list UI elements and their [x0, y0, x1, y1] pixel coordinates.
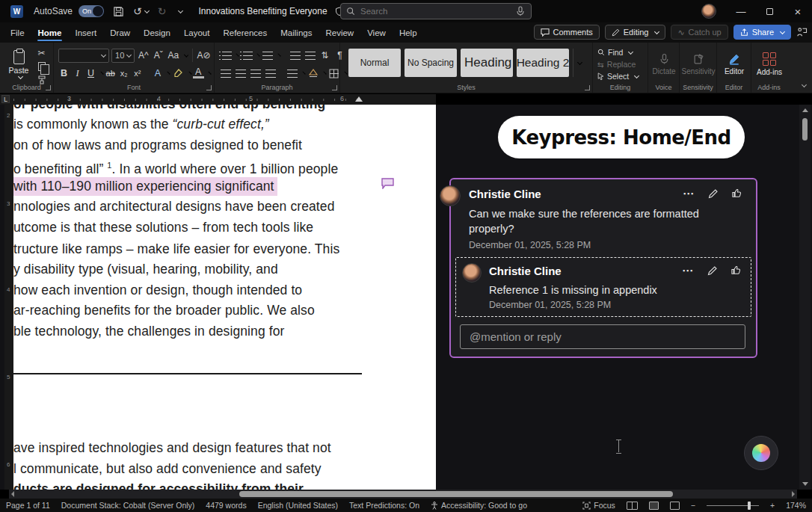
- align-right-icon[interactable]: [249, 67, 262, 80]
- search-bar[interactable]: [340, 3, 532, 19]
- minimize-button[interactable]: —: [727, 0, 755, 22]
- comment-author-avatar[interactable]: [440, 185, 461, 206]
- sort-icon[interactable]: ⇅: [319, 49, 331, 62]
- cut-icon[interactable]: ✂: [35, 46, 48, 59]
- vertical-scroll-thumb[interactable]: [802, 118, 808, 141]
- horizontal-scrollbar[interactable]: [9, 490, 797, 499]
- word-app-icon[interactable]: W: [10, 5, 23, 18]
- find-button[interactable]: Find: [597, 46, 644, 58]
- vertical-ruler[interactable]: 2 3 4 5 6: [4, 105, 13, 490]
- maximize-button[interactable]: [755, 0, 784, 22]
- presenter-icon[interactable]: [796, 27, 808, 37]
- close-button[interactable]: ×: [784, 0, 812, 22]
- zoom-out-icon[interactable]: −: [691, 501, 695, 510]
- change-case-icon[interactable]: Aa: [167, 49, 179, 62]
- user-avatar[interactable]: [701, 4, 716, 19]
- vertical-scrollbar[interactable]: [799, 105, 811, 490]
- select-button[interactable]: Select: [597, 70, 644, 82]
- save-icon[interactable]: [113, 6, 124, 17]
- reply-edit-icon[interactable]: [707, 265, 718, 276]
- comment-thread-card[interactable]: Christie Cline ⋯ Can we make sure the re…: [449, 178, 757, 358]
- undo-button[interactable]: ↺: [133, 5, 149, 17]
- comments-button[interactable]: Comments: [534, 25, 600, 40]
- styles-dialog-launcher-icon[interactable]: [585, 85, 590, 90]
- tab-mailings[interactable]: Mailings: [274, 22, 319, 43]
- styles-gallery-more-button[interactable]: [573, 49, 583, 77]
- mention-reply-input[interactable]: [460, 324, 745, 349]
- style-no-spacing[interactable]: No Spacing: [405, 49, 457, 77]
- tab-design[interactable]: Design: [137, 22, 177, 43]
- tab-references[interactable]: References: [216, 22, 274, 43]
- tab-view[interactable]: View: [360, 22, 393, 43]
- italic-button[interactable]: I: [72, 68, 83, 79]
- style-heading2[interactable]: Heading 2: [517, 49, 569, 77]
- document-title[interactable]: Innovations Benefiting Everyone: [199, 6, 327, 16]
- tab-selector[interactable]: L: [1, 95, 10, 103]
- tab-file[interactable]: File: [4, 22, 31, 43]
- share-button[interactable]: Share: [733, 25, 791, 40]
- tab-draw[interactable]: Draw: [103, 22, 137, 43]
- clipboard-dialog-launcher-icon[interactable]: [46, 85, 51, 90]
- font-color-icon[interactable]: A: [193, 68, 204, 78]
- editing-mode-button[interactable]: Editing: [605, 25, 666, 40]
- align-left-icon[interactable]: [219, 67, 232, 80]
- strikethrough-button[interactable]: ab: [105, 69, 116, 78]
- reply-like-icon[interactable]: [731, 265, 742, 276]
- bullets-icon[interactable]: [219, 49, 232, 62]
- read-mode-icon[interactable]: [627, 502, 638, 510]
- search-input[interactable]: [360, 7, 510, 16]
- comment-anchor-icon[interactable]: [381, 178, 395, 189]
- reply-more-options-icon[interactable]: ⋯: [682, 267, 695, 274]
- numbering-icon[interactable]: [240, 49, 253, 62]
- font-name-combo[interactable]: [58, 49, 109, 63]
- document-page[interactable]: or people with disabilities often end up…: [13, 105, 436, 490]
- paste-button[interactable]: Paste: [4, 46, 33, 82]
- shrink-font-icon[interactable]: Aˇ: [152, 49, 164, 62]
- copilot-button[interactable]: [744, 436, 778, 470]
- font-size-combo[interactable]: 10: [111, 49, 135, 63]
- scroll-up-icon[interactable]: [802, 108, 808, 112]
- zoom-slider[interactable]: [707, 505, 759, 506]
- clear-formatting-icon[interactable]: A⊘: [197, 49, 210, 62]
- shading-icon[interactable]: [307, 67, 319, 80]
- editor-button[interactable]: Editor: [722, 46, 747, 82]
- addins-button[interactable]: Add-ins: [756, 46, 783, 82]
- multilevel-list-icon[interactable]: [261, 49, 274, 62]
- autosave-toggle[interactable]: On: [79, 5, 104, 17]
- decrease-indent-icon[interactable]: [289, 49, 301, 62]
- accessibility-status[interactable]: Accessibility: Good to go: [431, 501, 527, 510]
- tab-layout[interactable]: Layout: [177, 22, 217, 43]
- indent-marker[interactable]: [355, 96, 363, 102]
- scroll-down-icon[interactable]: [802, 482, 808, 486]
- web-layout-icon[interactable]: [670, 502, 680, 510]
- page-indicator[interactable]: Page 1 of 11: [6, 501, 50, 510]
- borders-icon[interactable]: [327, 67, 340, 80]
- text-predictions-status[interactable]: Text Predictions: On: [349, 501, 419, 510]
- tab-home[interactable]: Home: [31, 22, 69, 43]
- text-effects-icon[interactable]: A: [152, 68, 163, 78]
- comment-edit-icon[interactable]: [708, 188, 719, 199]
- comment-reply-card[interactable]: Christie Cline ⋯ Reference 1 is missing …: [455, 257, 751, 317]
- tab-review[interactable]: Review: [319, 22, 360, 43]
- horizontal-scroll-thumb[interactable]: [239, 491, 673, 497]
- quick-access-menu-icon[interactable]: [176, 10, 182, 13]
- undo-dropdown-icon[interactable]: [144, 7, 150, 13]
- superscript-button[interactable]: x²: [132, 69, 143, 78]
- comment-more-options-icon[interactable]: ⋯: [683, 190, 695, 197]
- paragraph-dialog-launcher-icon[interactable]: [332, 85, 337, 90]
- underline-button[interactable]: U: [85, 68, 96, 78]
- copy-icon[interactable]: [35, 60, 48, 73]
- document-stack-status[interactable]: Document Stack: Cobalt (Server Only): [61, 501, 195, 510]
- zoom-level[interactable]: 174%: [786, 501, 806, 510]
- catch-up-button[interactable]: ∿ Catch up: [671, 25, 728, 40]
- comment-like-icon[interactable]: [731, 188, 742, 199]
- subscript-button[interactable]: x₂: [118, 69, 129, 78]
- collapse-ribbon-icon[interactable]: [799, 76, 806, 90]
- zoom-slider-thumb[interactable]: [748, 502, 751, 510]
- align-center-icon[interactable]: [234, 67, 247, 80]
- tab-insert[interactable]: Insert: [68, 22, 103, 43]
- line-spacing-icon[interactable]: [286, 67, 298, 80]
- print-layout-icon[interactable]: [649, 502, 659, 510]
- reply-author-avatar[interactable]: [462, 263, 482, 283]
- increase-indent-icon[interactable]: [304, 49, 316, 62]
